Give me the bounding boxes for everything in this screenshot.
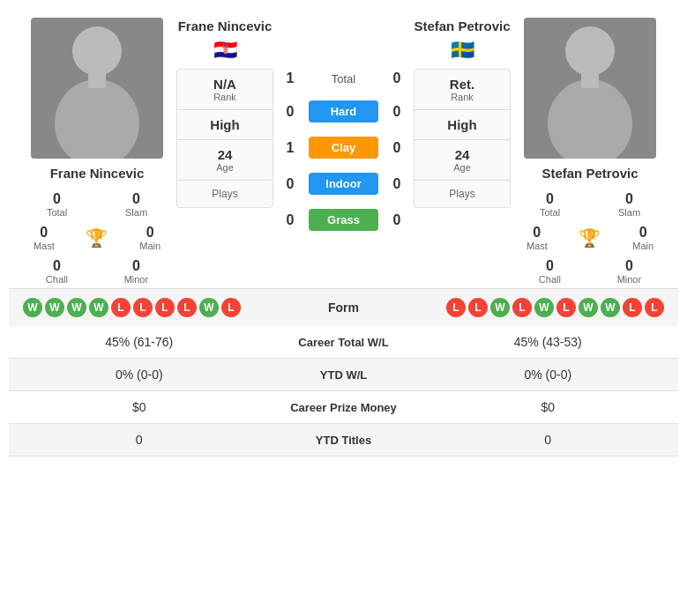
left-high-value: High — [181, 117, 269, 132]
clay-left-score: 1 — [277, 140, 303, 156]
left-slam-value: 0 — [125, 191, 147, 207]
left-age-label: Age — [181, 162, 269, 173]
stats-right-value: 0 — [432, 433, 665, 447]
svg-point-4 — [548, 79, 632, 159]
table-row: 0YTD Titles0 — [9, 424, 678, 456]
form-badge-w: W — [89, 298, 108, 317]
left-player-name: Frane Nincevic — [50, 166, 145, 181]
stats-center-label: Career Total W/L — [256, 336, 432, 349]
left-rank-label: Rank — [181, 92, 269, 102]
form-badge-w: W — [45, 298, 64, 317]
form-badge-l: L — [645, 298, 664, 317]
left-rank-value: N/A — [181, 77, 269, 92]
table-row: 45% (61-76)Career Total W/L45% (43-53) — [9, 326, 678, 359]
indoor-row: 0 Indoor 0 — [277, 173, 410, 195]
svg-rect-2 — [88, 72, 106, 88]
stats-right-value: 45% (43-53) — [432, 335, 665, 349]
form-badge-w: W — [67, 298, 86, 317]
left-minor-value: 0 — [124, 258, 149, 274]
indoor-left-score: 0 — [277, 176, 303, 192]
form-label: Form — [241, 301, 446, 315]
right-mast-value: 0 — [526, 225, 548, 241]
grass-left-score: 0 — [277, 212, 303, 228]
stats-center-label: YTD Titles — [256, 434, 432, 447]
left-slam-label: Slam — [125, 207, 147, 218]
right-flag: 🇸🇪 — [451, 39, 474, 62]
right-minor-value: 0 — [617, 258, 642, 274]
left-plays-label: Plays — [181, 188, 269, 200]
total-row: 1 Total 0 — [277, 71, 410, 86]
form-badge-l: L — [111, 298, 131, 317]
right-slam-label: Slam — [618, 207, 640, 218]
form-badge-w: W — [579, 298, 598, 317]
hard-row: 0 Hard 0 — [277, 100, 410, 122]
right-player-photo — [524, 18, 656, 159]
stats-right-value: 0% (0-0) — [432, 367, 665, 382]
form-badge-l: L — [133, 298, 153, 317]
total-label: Total — [303, 72, 384, 85]
right-form-badges: LLWLWLWWLL — [446, 298, 664, 317]
left-main-label: Main — [139, 241, 161, 251]
hard-left-score: 0 — [277, 104, 303, 120]
indoor-right-score: 0 — [384, 176, 410, 192]
stats-left-value: 45% (61-76) — [23, 335, 256, 349]
total-right-score: 0 — [384, 71, 410, 86]
right-mast-label: Mast — [526, 241, 548, 251]
stats-left-value: $0 — [23, 400, 256, 414]
form-badge-l: L — [177, 298, 197, 317]
left-chall-label: Chall — [46, 274, 68, 285]
form-badge-l: L — [556, 298, 576, 317]
svg-point-3 — [565, 26, 615, 76]
stats-center-label: Career Prize Money — [256, 401, 432, 414]
left-total-label: Total — [47, 207, 67, 218]
left-mast-value: 0 — [34, 225, 55, 241]
form-badge-l: L — [512, 298, 532, 317]
form-badge-l: L — [623, 298, 642, 317]
right-player-name: Stefan Petrovic — [541, 166, 638, 181]
right-rank-label: Rank — [418, 92, 506, 102]
right-chall-label: Chall — [539, 274, 561, 285]
total-left-score: 1 — [277, 71, 303, 86]
stats-left-value: 0 — [23, 433, 256, 447]
form-section: WWWWLLLLWL Form LLWLWLWWLL — [9, 288, 678, 326]
form-badge-l: L — [446, 298, 466, 317]
right-minor-label: Minor — [617, 274, 642, 285]
right-slam-value: 0 — [618, 191, 640, 207]
right-chall-value: 0 — [539, 258, 561, 274]
clay-badge: Clay — [309, 137, 378, 159]
svg-point-0 — [72, 26, 122, 76]
right-total-label: Total — [540, 207, 560, 218]
right-age-label: Age — [418, 162, 506, 173]
right-age-value: 24 — [418, 147, 506, 162]
form-badge-w: W — [490, 298, 510, 317]
right-center-name: Stefan Petrovic — [414, 18, 510, 35]
right-main-label: Main — [632, 241, 653, 251]
stats-right-value: $0 — [432, 400, 665, 414]
form-badge-w: W — [23, 298, 42, 317]
grass-row: 0 Grass 0 — [277, 209, 410, 231]
svg-point-1 — [55, 79, 139, 159]
form-badge-w: W — [601, 298, 620, 317]
left-chall-value: 0 — [46, 258, 68, 274]
clay-row: 1 Clay 0 — [277, 137, 410, 159]
form-badge-w: W — [534, 298, 554, 317]
form-badge-l: L — [155, 298, 175, 317]
right-main-value: 0 — [632, 225, 653, 241]
left-player-photo — [31, 18, 163, 159]
left-flag: 🇭🇷 — [213, 39, 237, 62]
hard-badge: Hard — [309, 100, 378, 122]
stats-left-value: 0% (0-0) — [23, 367, 256, 382]
hard-right-score: 0 — [384, 104, 410, 120]
grass-badge: Grass — [309, 209, 378, 231]
right-rank-value: Ret. — [418, 77, 506, 92]
left-form-badges: WWWWLLLLWL — [23, 298, 241, 317]
stats-table: 45% (61-76)Career Total W/L45% (43-53)0%… — [9, 326, 678, 456]
form-badge-w: W — [199, 298, 219, 317]
indoor-badge: Indoor — [309, 173, 378, 195]
right-high-value: High — [418, 117, 506, 132]
left-total-value: 0 — [47, 191, 67, 207]
form-badge-l: L — [468, 298, 488, 317]
left-trophy-icon: 🏆 — [86, 227, 108, 249]
left-mast-label: Mast — [34, 241, 55, 251]
right-plays-label: Plays — [418, 188, 506, 200]
